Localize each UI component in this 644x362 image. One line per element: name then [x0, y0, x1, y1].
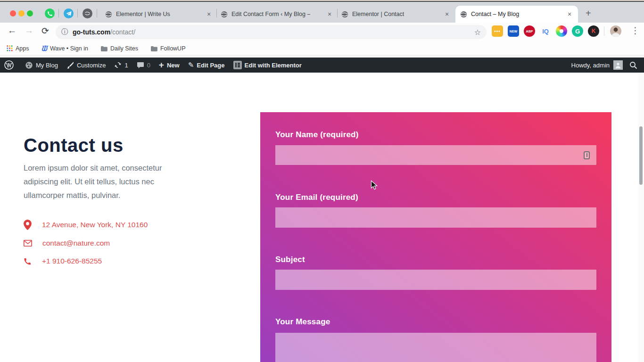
field-label-subject: Subject	[275, 255, 305, 264]
reload-button[interactable]: ⟳	[41, 25, 49, 36]
bookmark-label: FollowUP	[160, 45, 186, 52]
bookmark-folder-followup[interactable]: FollowUP	[150, 45, 186, 52]
tab-close-button[interactable]: ×	[326, 10, 333, 18]
person-icon	[610, 25, 621, 37]
extension-k[interactable]: K	[588, 25, 599, 37]
profile-avatar[interactable]	[610, 25, 621, 37]
admin-bar-customize[interactable]: Customize	[62, 58, 110, 73]
admin-bar-comments[interactable]: 0	[132, 58, 155, 73]
person-icon	[615, 62, 621, 68]
extension-new[interactable]: NEW	[508, 25, 519, 37]
folder-icon	[100, 46, 107, 51]
forward-button[interactable]: →	[25, 25, 33, 36]
tab-close-button[interactable]: ×	[443, 10, 451, 18]
bookmark-star-icon[interactable]: ☆	[474, 28, 481, 37]
scrollbar-track[interactable]	[638, 73, 644, 362]
comment-count: 0	[147, 62, 150, 69]
message-textarea[interactable]	[275, 333, 596, 362]
bookmark-label: Apps	[16, 45, 29, 52]
bookmark-folder-daily-sites[interactable]: Daily Sites	[100, 45, 138, 52]
admin-bar-updates[interactable]: 1	[110, 58, 132, 73]
bookmarks-bar: Apps ᙡ Wave • Sign in Daily Sites Follow…	[0, 41, 644, 56]
pinned-tab-globe[interactable]	[83, 8, 92, 18]
extension-abp[interactable]: ABP	[524, 25, 535, 37]
globe-icon	[221, 11, 228, 18]
back-button[interactable]: ←	[8, 25, 17, 36]
pencil-icon: ✎	[188, 61, 194, 69]
comments-icon	[137, 62, 144, 69]
contact-address[interactable]: 12 Avenue, New York, NY 10160	[24, 220, 148, 230]
pinned-tab-telegram[interactable]	[64, 8, 74, 18]
location-pin-icon	[24, 220, 32, 230]
bookmark-label: Wave • Sign in	[50, 45, 88, 52]
page-title: Contact us	[24, 135, 124, 156]
autofill-icon[interactable]	[584, 151, 590, 159]
admin-bar-edit-with-elementor[interactable]: Edit with Elementor	[229, 58, 306, 73]
bookmark-wave-sign-in[interactable]: ᙡ Wave • Sign in	[41, 44, 88, 53]
whatsapp-icon	[47, 11, 53, 16]
bookmark-label: Daily Sites	[110, 45, 138, 52]
wordpress-icon	[4, 60, 14, 70]
apps-grid-icon	[7, 45, 13, 51]
admin-bar-my-blog[interactable]: My Blog	[21, 58, 62, 73]
url-text: go-tuts.com/contact/	[73, 28, 135, 36]
admin-bar-label: New	[167, 62, 180, 69]
extension-dots[interactable]: •••	[492, 25, 503, 37]
minimize-window-button[interactable]	[18, 10, 25, 16]
contact-email-text: contact@nature.com	[42, 239, 110, 247]
colorwheel-center	[560, 29, 563, 33]
tab-elementor-contact[interactable]: Elementor | Contact ×	[338, 6, 454, 23]
tab-contact-my-blog-active[interactable]: Contact – My Blog ×	[455, 6, 578, 23]
browser-menu-button[interactable]: ⋮	[631, 25, 640, 36]
tab-separator	[77, 9, 78, 17]
field-label-message: Your Message	[275, 317, 330, 327]
search-icon[interactable]	[629, 61, 637, 69]
globe-icon	[460, 11, 467, 18]
field-label-name: Your Name (required)	[275, 130, 359, 140]
admin-avatar[interactable]	[613, 60, 623, 70]
admin-bar-new[interactable]: + New	[155, 58, 184, 73]
contact-email[interactable]: contact@nature.com	[24, 239, 110, 247]
bookmark-apps[interactable]: Apps	[7, 45, 29, 52]
url-host: go-tuts.com	[73, 28, 110, 36]
page-info-icon[interactable]: ⓘ	[61, 28, 68, 36]
contact-form: Your Name (required) Your Email (require…	[260, 112, 611, 362]
new-tab-button[interactable]: +	[586, 8, 591, 18]
subject-input[interactable]	[275, 270, 596, 290]
howdy-admin[interactable]: Howdy, admin	[571, 62, 610, 69]
contact-phone[interactable]: +1 910-626-85255	[24, 257, 102, 265]
update-count: 1	[124, 62, 128, 69]
tab-title: Contact – My Blog	[471, 11, 519, 17]
email-input[interactable]	[275, 207, 596, 228]
globe-icon	[341, 11, 348, 18]
globe-icon	[84, 10, 91, 16]
folder-icon	[150, 46, 157, 51]
extension-iq[interactable]: IQ	[540, 25, 551, 37]
tab-close-button[interactable]: ×	[205, 10, 213, 18]
phone-icon	[24, 257, 32, 265]
tab-separator	[97, 9, 97, 17]
elementor-icon	[233, 61, 242, 69]
tab-title: Elementor | Write Us	[116, 11, 170, 17]
tab-title: Edit Contact Form ‹ My Blog –	[231, 11, 310, 17]
globe-icon	[105, 11, 112, 18]
name-input[interactable]	[275, 145, 596, 165]
tab-close-button[interactable]: ×	[566, 10, 573, 18]
admin-bar-edit-page[interactable]: ✎ Edit Page	[184, 58, 229, 73]
admin-bar-label: Edit with Elementor	[245, 62, 302, 69]
address-bar[interactable]: ⓘ go-tuts.com/contact/ ☆	[56, 25, 487, 39]
tab-separator	[58, 9, 59, 17]
scrollbar-thumb[interactable]	[639, 126, 643, 185]
browser-window: Elementor | Write Us × Edit Contact Form…	[0, 0, 644, 362]
wp-logo-menu[interactable]	[0, 58, 21, 73]
pinned-tab-whatsapp[interactable]	[45, 8, 55, 18]
tab-edit-contact-form[interactable]: Edit Contact Form ‹ My Blog – ×	[217, 6, 337, 23]
tab-elementor-write-us[interactable]: Elementor | Write Us ×	[101, 6, 216, 23]
zoom-window-button[interactable]	[27, 10, 33, 16]
admin-bar-label: My Blog	[36, 62, 58, 69]
extension-grammarly[interactable]: G	[572, 25, 583, 37]
wp-admin-bar: My Blog Customize 1 0 + New ✎ Edit Page …	[0, 58, 644, 73]
contact-phone-text: +1 910-626-85255	[42, 257, 102, 265]
close-window-button[interactable]	[10, 10, 16, 16]
extension-colorwheel[interactable]	[556, 25, 567, 37]
